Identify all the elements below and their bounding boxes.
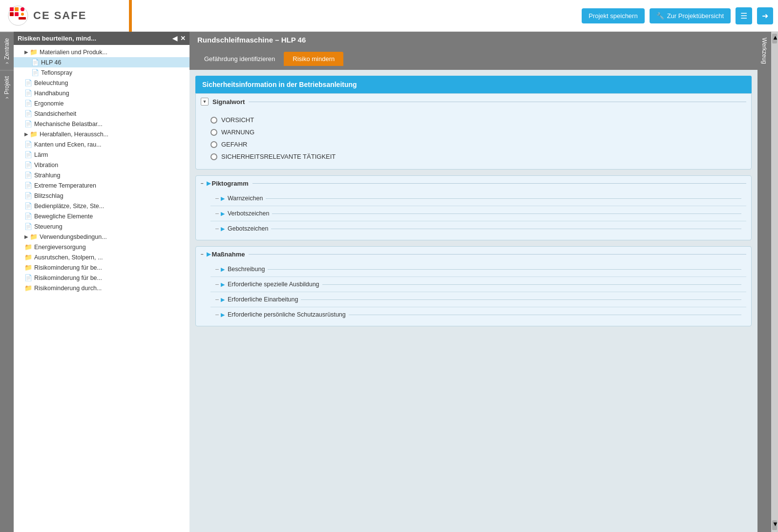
tree-item-13[interactable]: 📄Strahlung — [14, 170, 189, 180]
tree-item-16[interactable]: 📄Bedienplätze, Sitze, Ste... — [14, 201, 189, 211]
tree-item-21[interactable]: 📁Ausrutschen, Stolpern, ... — [14, 252, 189, 262]
tree-item-label-21: Ausrutschen, Stolpern, ... — [34, 254, 103, 261]
tree-item-3[interactable]: 📄Teflonspray — [14, 67, 189, 78]
header-buttons: Projekt speichern 🔧 Zur Projektübersicht… — [582, 7, 773, 24]
tree-item-label-14: Extreme Temperaturen — [34, 182, 96, 189]
massnahme-row-label: Erforderliche Einarbeitung — [228, 296, 298, 303]
massnahme-panel: – ▶ Maßnahme –▶Beschreibung–▶Erforderlic… — [195, 246, 752, 326]
right-side-tabs: Werkzeug — [757, 32, 771, 532]
logo-area: CE SAFE — [5, 0, 132, 32]
expand-arrow-icon: ▶ — [221, 297, 225, 303]
nav-right-icon[interactable]: ✕ — [180, 35, 186, 42]
tree-item-icon-file-gray: 📄 — [24, 151, 32, 158]
radio-circle-0[interactable] — [210, 117, 217, 124]
massnahme-row-1[interactable]: –▶Erforderliche spezielle Ausbildung — [210, 277, 746, 292]
expand-arrow-icon: ▶ — [221, 226, 225, 232]
tree-item-19[interactable]: ▶📁Verwendungsbedingun... — [14, 232, 189, 242]
tree-item-4[interactable]: 📄Beleuchtung — [14, 78, 189, 88]
massnahme-body: –▶Beschreibung–▶Erforderliche spezielle … — [196, 262, 751, 326]
scroll-down[interactable]: ▼ — [772, 520, 777, 530]
menu-button[interactable]: ☰ — [736, 7, 752, 24]
save-project-button[interactable]: Projekt speichern — [582, 8, 644, 23]
tab-werkzeug[interactable]: Werkzeug — [758, 32, 770, 70]
logout-button[interactable]: ➜ — [757, 7, 773, 24]
massnahme-panel-header[interactable]: – ▶ Maßnahme — [196, 247, 751, 262]
content-title: Rundschleifmaschine – HLP 46 — [189, 32, 757, 48]
piktogramm-panel-header[interactable]: – ▶ Piktogramm — [196, 176, 751, 191]
tree-item-9[interactable]: ▶📁Herabfallen, Heraussch... — [14, 129, 189, 139]
tree-item-11[interactable]: 📄Lärm — [14, 149, 189, 160]
scrollbar[interactable]: ▲ ▼ — [771, 32, 778, 532]
tree-item-18[interactable]: 📄Steuerung — [14, 221, 189, 232]
tree-item-8[interactable]: 📄Mechanische Belastbar... — [14, 119, 189, 129]
logo-icon — [7, 5, 29, 27]
tree-item-23[interactable]: 📄Risikominderung für be... — [14, 273, 189, 283]
massnahme-row-3[interactable]: –▶Erforderliche persönliche Schutzausrüs… — [210, 307, 746, 322]
piktogramm-body: –▶Warnzeichen–▶Verbotszeichen–▶Gebotszei… — [196, 191, 751, 240]
panel-toggle-signalwort[interactable]: ▼ — [201, 98, 209, 106]
radio-item-3[interactable]: SICHERHEITSRELEVANTE TÄTIGKEIT — [210, 153, 736, 160]
tree-item-icon-file-gray: 📄 — [24, 161, 32, 169]
tree-item-label-22: Risikominderung für be... — [34, 264, 102, 271]
tree-item-label-11: Lärm — [34, 151, 48, 158]
expand-line — [268, 269, 741, 270]
tree-item-1[interactable]: ▶📁Materialien und Produk... — [14, 47, 189, 57]
radio-item-2[interactable]: GEFAHR — [210, 141, 736, 148]
tree-item-12[interactable]: 📄Vibration — [14, 160, 189, 170]
tree-item-icon-file-red: 📄 — [24, 79, 32, 86]
tree-item-icon-folder-red: 📁 — [30, 48, 38, 56]
massnahme-row-0[interactable]: –▶Beschreibung — [210, 262, 746, 277]
tree-item-icon-file-gray: 📄 — [24, 110, 32, 117]
tree-item-6[interactable]: 📄Ergonomie — [14, 98, 189, 108]
dash-icon: – — [215, 311, 219, 318]
tree-item-7[interactable]: 📄Standsicherheit — [14, 108, 189, 119]
tree-item-label-3: Teflonspray — [41, 69, 72, 76]
tree-item-icon-folder-orange: 📁 — [24, 254, 32, 261]
tab-reduce[interactable]: Risiko mindern — [284, 52, 343, 66]
tab-projekt[interactable]: › Projekt — [0, 70, 14, 105]
tree-item-icon-file-gray: 📄 — [24, 89, 32, 97]
tree-item-icon-file-gray: 📄 — [24, 192, 32, 199]
app-header: CE SAFE Projekt speichern 🔧 Zur Projektü… — [0, 0, 778, 32]
tree-item-icon-file-gray: 📄 — [24, 171, 32, 179]
tab-zentrale[interactable]: › Zentrale — [0, 32, 14, 70]
tree-item-10[interactable]: 📄Kanten und Ecken, rau... — [14, 139, 189, 149]
tree-item-22[interactable]: 📁Risikominderung für be... — [14, 262, 189, 273]
tree-item-label-23: Risikominderung für be... — [34, 275, 102, 281]
radio-circle-2[interactable] — [210, 141, 217, 148]
tree-item-label-12: Vibration — [34, 162, 58, 169]
tree-item-20[interactable]: 📁Energieversorgung — [14, 242, 189, 252]
scroll-up[interactable]: ▲ — [772, 34, 777, 43]
tree-item-2[interactable]: 📄HLP 46 — [14, 57, 189, 67]
piktogramm-row-0[interactable]: –▶Warnzeichen — [210, 191, 746, 206]
massnahme-row-2[interactable]: –▶Erforderliche Einarbeitung — [210, 292, 746, 307]
tree-item-icon-file-green: 📄 — [31, 69, 39, 76]
tree-item-5[interactable]: 📄Handhabung — [14, 88, 189, 98]
dash-icon: – — [215, 296, 219, 303]
radio-circle-1[interactable] — [210, 129, 217, 136]
tree-expand-arrow[interactable]: ▶ — [24, 131, 28, 137]
piktogramm-row-1[interactable]: –▶Verbotszeichen — [210, 206, 746, 221]
dash-icon: – — [215, 210, 219, 217]
tree-item-24[interactable]: 📁Risikominderung durch... — [14, 283, 189, 293]
svg-point-6 — [21, 13, 24, 16]
signalwort-title: Signalwort — [212, 98, 245, 106]
arrow-icon: › — [3, 97, 10, 99]
radio-item-1[interactable]: WARNUNG — [210, 128, 736, 136]
project-overview-button[interactable]: 🔧 Zur Projektübersicht — [650, 8, 731, 23]
tree-item-15[interactable]: 📄Blitzschlag — [14, 191, 189, 201]
signalwort-panel-header[interactable]: ▼ Signalwort — [196, 94, 751, 109]
piktogramm-row-2[interactable]: –▶Gebotszeichen — [210, 221, 746, 236]
tree-item-icon-file-gray: 📄 — [24, 100, 32, 107]
tree-item-label-18: Steuerung — [34, 223, 63, 230]
radio-circle-3[interactable] — [210, 153, 217, 160]
tree-item-icon-folder-orange: 📁 — [24, 243, 32, 251]
tree-expand-arrow[interactable]: ▶ — [24, 234, 28, 239]
tab-identify[interactable]: Gefährdung identifizieren — [195, 52, 284, 66]
tree-item-17[interactable]: 📄Bewegliche Elemente — [14, 211, 189, 221]
tree-expand-arrow[interactable]: ▶ — [24, 49, 28, 55]
radio-item-0[interactable]: VORSICHT — [210, 116, 736, 124]
tree-item-label-16: Bedienplätze, Sitze, Ste... — [34, 203, 104, 210]
tree-item-14[interactable]: 📄Extreme Temperaturen — [14, 180, 189, 191]
nav-left-icon[interactable]: ◀ — [172, 35, 177, 42]
